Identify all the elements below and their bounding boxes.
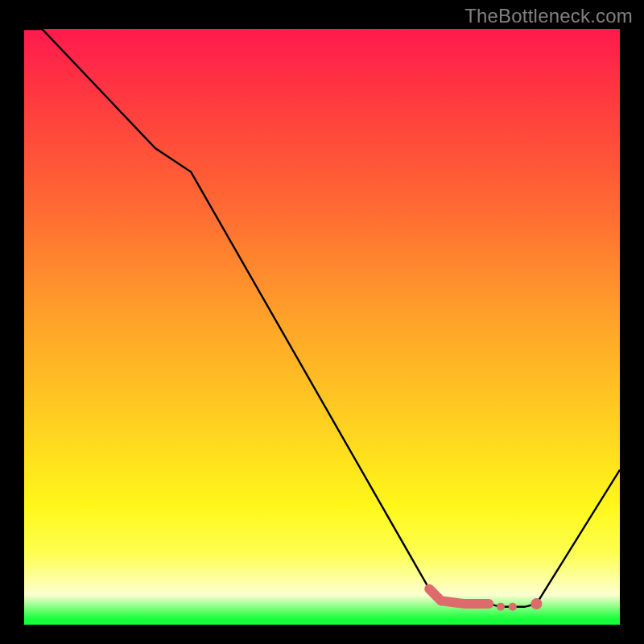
watermark-text: TheBottleneck.com [464,5,633,27]
chart-stage: TheBottleneck.com [0,0,644,644]
chart-overlay [24,29,620,625]
main-curve [24,29,620,607]
highlight-dot [530,598,542,609]
plot-area [24,29,620,625]
highlight-dot [509,603,517,611]
highlight-dot [497,603,505,611]
